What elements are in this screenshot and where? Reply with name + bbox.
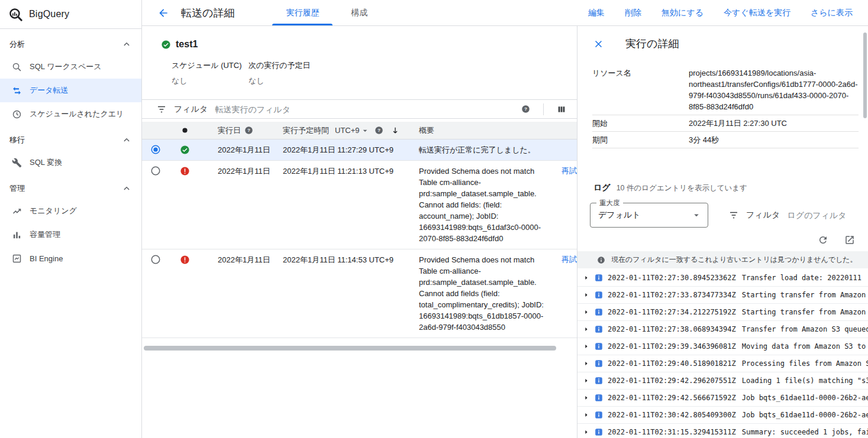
log-message: Summary: succeeded 1 jobs, fail… — [742, 428, 868, 436]
log-entry[interactable]: 2022-01-11T02:29:42.566671592ZJob bqts_6… — [577, 390, 868, 407]
more-actions-button[interactable]: さらに表示 — [811, 8, 853, 18]
run-summary: Provided Schema does not match Table cm-… — [419, 166, 558, 244]
sidebar-item[interactable]: 容量管理 — [0, 223, 141, 246]
log-actions — [577, 235, 868, 245]
log-message: Starting transfer from Amazon S… — [742, 308, 868, 316]
log-entry[interactable]: 2022-01-11T02:27:34.212275192ZStarting t… — [577, 304, 868, 321]
expand-arrow-icon[interactable] — [583, 275, 589, 281]
detail-field-label: 期間 — [592, 134, 689, 145]
tab-configuration[interactable]: 構成 — [335, 0, 383, 25]
help-icon[interactable]: ? — [521, 105, 530, 113]
log-entry[interactable]: 2022-01-11T02:29:39.346396081ZMoving dat… — [577, 338, 868, 355]
runs-filter-input[interactable] — [215, 105, 514, 114]
run-date: 2022年1月11日 — [200, 166, 283, 177]
log-info-icon — [595, 394, 603, 402]
expand-arrow-icon[interactable] — [583, 412, 589, 418]
expand-arrow-icon[interactable] — [583, 292, 589, 298]
column-selector-icon[interactable] — [557, 105, 566, 114]
tab-run-history[interactable]: 実行履歴 — [270, 0, 335, 25]
detail-field: 開始2022年1月11日 2:27:30 UTC — [592, 115, 859, 132]
expand-arrow-icon[interactable] — [583, 429, 589, 435]
chevron-up-icon — [121, 39, 132, 50]
sidebar-item[interactable]: SQL ワークスペース — [0, 55, 141, 79]
log-timestamp: 2022-01-11T02:27:34.212275192Z — [608, 308, 736, 316]
sort-descending-icon[interactable] — [391, 126, 400, 135]
run-summary: Provided Schema does not match Table cm-… — [419, 254, 558, 333]
expand-arrow-icon[interactable] — [583, 395, 589, 401]
expand-arrow-icon[interactable] — [583, 343, 589, 349]
close-icon[interactable] — [593, 39, 604, 49]
open-in-new-icon[interactable] — [844, 235, 855, 245]
expand-arrow-icon[interactable] — [583, 361, 589, 366]
detail-field-label: 開始 — [592, 118, 689, 129]
horizontal-scrollbar[interactable] — [144, 346, 556, 351]
severity-value: デフォルト — [598, 210, 691, 220]
log-entry[interactable]: 2022-01-11T02:31:15.329415311ZSummary: s… — [577, 424, 868, 438]
log-filter-input[interactable] — [787, 210, 864, 220]
run-scheduled-time: 2022年1月11日 11:14:53 UTC+9 — [283, 254, 419, 265]
sidebar-section-label: 分析 — [9, 39, 121, 50]
vertical-scrollbar[interactable] — [863, 33, 867, 118]
sidebar-section-label: 移行 — [9, 135, 121, 145]
next-run-value: なし — [249, 76, 325, 86]
radio-unselected-icon[interactable] — [150, 254, 161, 265]
refresh-icon[interactable] — [818, 235, 828, 245]
run-transfer-now-button[interactable]: 今すぐ転送を実行 — [724, 8, 790, 18]
disable-button[interactable]: 無効にする — [662, 8, 704, 18]
log-message: Moving data from Amazon S3 to G… — [742, 342, 868, 351]
run-row[interactable]: 2022年1月11日2022年1月11日 11:21:13 UTC+9Provi… — [142, 161, 577, 249]
log-entry[interactable]: 2022-01-11T02:27:33.873477334ZStarting t… — [577, 287, 868, 304]
expand-arrow-icon[interactable] — [583, 309, 589, 315]
log-message: Processing files from Amazon S3… — [742, 359, 868, 368]
timezone-dropdown[interactable]: UTC+9 — [335, 126, 370, 135]
expand-arrow-icon[interactable] — [583, 378, 589, 384]
expand-arrow-icon[interactable] — [583, 326, 589, 332]
delete-button[interactable]: 削除 — [625, 8, 641, 18]
help-icon[interactable]: ? — [375, 126, 383, 135]
log-entry[interactable]: 2022-01-11T02:27:38.068934394ZTransfer f… — [577, 321, 868, 338]
sidebar-item-label: データ転送 — [30, 85, 69, 96]
main-region: 転送の詳細 実行履歴構成 編集削除無効にする今すぐ転送を実行さらに表示 test… — [142, 0, 868, 438]
sidebar: BigQuery 分析SQL ワークスペースデータ転送スケジュールされたクエリ移… — [0, 0, 142, 438]
radio-unselected-icon[interactable] — [150, 166, 161, 176]
back-arrow-icon[interactable] — [157, 7, 169, 19]
log-timestamp: 2022-01-11T02:27:38.068934394Z — [608, 325, 736, 333]
sidebar-section-header[interactable]: 管理 — [0, 178, 141, 199]
log-entry[interactable]: 2022-01-11T02:27:30.894523362ZTransfer l… — [577, 270, 868, 287]
help-icon[interactable]: ? — [244, 126, 253, 135]
next-run-label: 次の実行の予定日 — [249, 60, 325, 71]
success-icon — [161, 40, 171, 50]
sidebar-section-header[interactable]: 分析 — [0, 34, 141, 55]
sidebar-item[interactable]: SQL 変換 — [0, 151, 141, 174]
retry-button[interactable]: 再試行 — [562, 255, 577, 264]
log-timestamp: 2022-01-11T02:29:40.518901821Z — [608, 359, 736, 368]
log-info-icon — [595, 411, 603, 419]
svg-text:?: ? — [377, 128, 380, 133]
log-timestamp: 2022-01-11T02:31:15.329415311Z — [608, 428, 736, 436]
severity-select[interactable]: 重大度 デフォルト — [590, 203, 708, 228]
log-entry[interactable]: 2022-01-11T02:29:40.518901821ZProcessing… — [577, 355, 868, 372]
sidebar-item[interactable]: モニタリング — [0, 199, 141, 223]
error-icon — [180, 166, 190, 176]
retry-button[interactable]: 再試行 — [562, 166, 577, 175]
log-entry[interactable]: 2022-01-11T02:30:42.805409300ZJob bqts_6… — [577, 407, 868, 424]
sidebar-item[interactable]: スケジュールされたクエリ — [0, 102, 141, 126]
run-row[interactable]: 2022年1月11日2022年1月11日 11:27:29 UTC+9転送実行が… — [142, 139, 577, 161]
error-icon — [180, 255, 190, 265]
sidebar-item[interactable]: BI Engine — [0, 246, 141, 270]
log-info-icon — [595, 428, 603, 436]
log-filter-label: フィルタ — [746, 210, 780, 220]
runs-table-header: 実行日 ? 実行予定時間 UTC+9 ? 概要 — [142, 122, 577, 139]
sidebar-item[interactable]: データ転送 — [0, 79, 141, 102]
run-row[interactable]: 2022年1月11日2022年1月11日 11:14:53 UTC+9Provi… — [142, 249, 577, 338]
sidebar-section-header[interactable]: 移行 — [0, 129, 141, 151]
log-timestamp: 2022-01-11T02:29:42.296207551Z — [608, 377, 736, 385]
detail-field-value: projects/16693141989/locations/asia-nort… — [689, 67, 859, 112]
detail-field: 期間3分 44秒 — [592, 132, 859, 148]
log-info-icon — [595, 325, 603, 333]
scheduled-queries-icon — [12, 109, 22, 119]
log-entry[interactable]: 2022-01-11T02:29:42.296207551ZLoading 1 … — [577, 372, 868, 390]
run-date: 2022年1月11日 — [200, 254, 283, 265]
edit-button[interactable]: 編集 — [588, 8, 605, 18]
radio-selected-icon[interactable] — [150, 144, 161, 155]
